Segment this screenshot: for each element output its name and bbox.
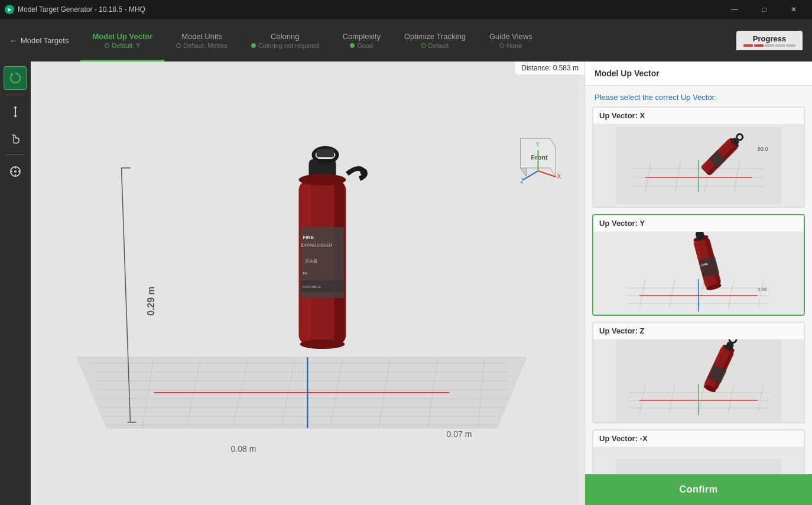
progress-seg-1 <box>743 44 753 47</box>
hand-icon <box>9 131 22 144</box>
svg-text:X: X <box>557 173 561 180</box>
confirm-button[interactable]: Confirm <box>585 474 812 505</box>
pan-button[interactable] <box>4 126 27 150</box>
svg-text:0.08: 0.08 <box>758 287 767 292</box>
svg-text:FIRE: FIRE <box>303 235 314 240</box>
rotate-icon <box>9 72 22 85</box>
nav-tabs: Model Up Vector Default: Y Model Units D… <box>80 19 732 61</box>
main-area: Distance: 0.583 m <box>0 61 812 505</box>
right-panel-subtitle: Please select the correct Up Vector: <box>585 86 812 106</box>
titlebar: ▶ Model Target Generator - 10.18.5 - MHQ… <box>0 0 812 19</box>
svg-text:EXTINGUISHER: EXTINGUISHER <box>301 243 333 247</box>
up-vector-z-card[interactable]: Up Vector: Z <box>592 322 805 423</box>
up-vector-neg-x-card[interactable]: Up Vector: -X <box>592 429 805 474</box>
svg-text:灭火器: 灭火器 <box>305 259 317 263</box>
right-panel-title: Model Up Vector <box>585 61 812 86</box>
right-panel: Model Up Vector Please select the correc… <box>584 61 812 505</box>
rotate-button[interactable] <box>4 66 27 90</box>
up-vector-x-image: 80.0 <box>593 124 804 207</box>
tab-model-units-label: Model Units <box>181 32 222 41</box>
dim-y-label: 0.07 m <box>447 429 472 439</box>
svg-text:Front: Front <box>531 154 548 161</box>
svg-text:KE: KE <box>303 271 308 275</box>
close-button[interactable]: ✕ <box>780 0 807 19</box>
up-vector-x-card[interactable]: Up Vector: X <box>592 106 805 208</box>
right-panel-scroll[interactable]: Up Vector: X <box>585 106 812 474</box>
distance-bar: Distance: 0.583 m <box>515 61 584 75</box>
maximize-button[interactable]: □ <box>751 0 778 19</box>
minimize-button[interactable]: — <box>721 0 748 19</box>
svg-rect-118 <box>616 459 781 474</box>
tab-model-up-vector[interactable]: Model Up Vector Default: Y <box>80 19 164 61</box>
tab-model-up-vector-label: Model Up Vector <box>92 32 152 41</box>
back-button[interactable]: ← Model Targets <box>9 36 69 45</box>
tab-coloring[interactable]: Coloring Coloring not required <box>239 19 331 61</box>
toolbar-divider-2 <box>6 154 25 155</box>
titlebar-controls: — □ ✕ <box>721 0 807 19</box>
up-vector-y-image: FIRE 0.08 <box>593 232 804 315</box>
titlebar-left: ▶ Model Target Generator - 10.18.5 - MHQ <box>5 5 145 14</box>
svg-marker-0 <box>10 73 14 75</box>
back-arrow-icon: ← <box>9 36 17 45</box>
svg-text:80.0: 80.0 <box>758 146 768 152</box>
titlebar-title: Model Target Generator - 10.18.5 - MHQ <box>18 5 145 14</box>
tab-optimize-tracking-sub: Default <box>421 42 449 49</box>
svg-text:Y: Y <box>536 141 540 148</box>
tab-complexity-label: Complexity <box>343 32 381 41</box>
toolbar-divider-1 <box>6 95 25 95</box>
up-vector-neg-x-image <box>593 447 804 474</box>
target-button[interactable] <box>4 160 27 183</box>
move-button[interactable] <box>4 100 27 124</box>
up-vector-z-svg <box>616 339 781 422</box>
scene-svg: 0.29 m 0.08 m 0.07 m FIRE EXTINGUISHER 灭… <box>31 61 584 505</box>
target-icon <box>9 165 22 178</box>
tab-model-units-dot <box>176 43 181 48</box>
svg-marker-2 <box>14 106 17 108</box>
tab-optimize-tracking-dot <box>421 43 426 48</box>
svg-text:PORTABLE: PORTABLE <box>303 285 321 289</box>
up-vector-neg-x-svg <box>616 459 781 474</box>
progress-seg-3 <box>765 44 774 47</box>
move-icon <box>9 105 22 118</box>
up-vector-y-title: Up Vector: Y <box>593 215 804 232</box>
tab-coloring-sub: Coloring not required <box>251 42 319 49</box>
tab-optimize-tracking[interactable]: Optimize Tracking Default <box>392 19 478 61</box>
tab-optimize-tracking-label: Optimize Tracking <box>404 32 466 41</box>
svg-point-48 <box>300 339 345 349</box>
progress-tab[interactable]: Progress <box>736 31 803 50</box>
tab-coloring-label: Coloring <box>271 32 299 41</box>
svg-rect-46 <box>317 149 334 157</box>
svg-point-47 <box>360 169 368 176</box>
header-nav: ← Model Targets Model Up Vector Default:… <box>0 19 812 61</box>
tab-complexity-dot <box>350 43 355 48</box>
app-icon: ▶ <box>5 5 14 14</box>
up-vector-z-title: Up Vector: Z <box>593 323 804 339</box>
svg-point-10 <box>14 170 17 173</box>
up-vector-x-svg: 80.0 <box>616 127 781 204</box>
tab-guide-views-dot <box>499 43 504 48</box>
svg-marker-3 <box>14 115 17 118</box>
viewport[interactable]: Distance: 0.583 m <box>31 61 584 505</box>
tab-coloring-dot <box>251 43 256 48</box>
svg-point-49 <box>299 174 346 186</box>
up-vector-neg-x-title: Up Vector: -X <box>593 430 804 447</box>
distance-value: 0.583 m <box>553 64 579 72</box>
dim-x-label: 0.08 m <box>231 444 256 454</box>
up-vector-z-image <box>593 339 804 422</box>
progress-label: Progress <box>753 34 786 43</box>
progress-seg-2 <box>754 44 764 47</box>
left-toolbar <box>0 61 31 505</box>
back-label: Model Targets <box>21 36 69 45</box>
progress-seg-4 <box>775 44 785 47</box>
progress-bar <box>743 44 795 47</box>
tab-complexity[interactable]: Complexity Good <box>331 19 392 61</box>
up-vector-y-svg: FIRE 0.08 <box>616 232 781 315</box>
distance-label: Distance: <box>521 64 551 72</box>
tab-model-units[interactable]: Model Units Default: Meters <box>164 19 239 61</box>
tab-model-up-vector-dot <box>105 43 109 48</box>
tab-guide-views[interactable]: Guide Views None <box>478 19 544 61</box>
up-vector-y-card[interactable]: Up Vector: Y <box>592 214 805 316</box>
tab-model-units-sub: Default: Meters <box>176 42 228 49</box>
up-vector-x-title: Up Vector: X <box>593 108 804 124</box>
tab-guide-views-sub: None <box>499 42 522 49</box>
